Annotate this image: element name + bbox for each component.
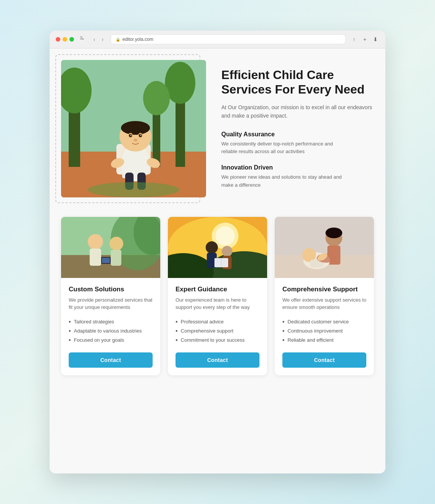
card-image-1 — [61, 217, 160, 278]
card-list-item: Reliable and efficient — [282, 336, 366, 345]
contact-button-3[interactable]: Contact — [282, 352, 366, 368]
card-desc-3: We offer extensive support services to e… — [282, 296, 366, 311]
svg-point-20 — [140, 135, 142, 136]
svg-rect-32 — [90, 249, 101, 266]
svg-point-43 — [206, 241, 218, 254]
card-list-item: Comprehensive support — [176, 326, 259, 336]
svg-point-54 — [325, 228, 342, 238]
card-body-2: Expert Guidance Our experienced team is … — [168, 278, 267, 375]
cards-section: Custom Solutions We provide personalized… — [61, 217, 374, 375]
traffic-lights — [56, 37, 74, 42]
nav-arrows: ‹ › — [91, 36, 106, 43]
card-list-2: Professional advice Comprehensive suppor… — [176, 317, 259, 345]
contact-button-2[interactable]: Contact — [176, 352, 259, 368]
svg-point-31 — [88, 234, 103, 249]
hero-section: Efficient Child Care Services For Every … — [61, 60, 374, 198]
svg-point-42 — [216, 226, 235, 246]
feature-quality: Quality Assurance We consistently delive… — [221, 131, 374, 156]
card-list-item: Adaptable to various industries — [69, 326, 153, 336]
address-bar[interactable]: 🔒 editor.yola.com — [111, 34, 346, 44]
minimize-button[interactable] — [63, 37, 67, 42]
sidebar-toggle-icon[interactable] — [80, 37, 86, 42]
hero-subtitle: At Our Organization, our mission is to e… — [221, 103, 374, 120]
browser-chrome: ‹ › 🔒 editor.yola.com ↑ + ⬇ — [50, 31, 385, 48]
page-content: Efficient Child Care Services For Every … — [50, 48, 385, 473]
svg-point-14 — [121, 121, 150, 135]
card-list-3: Dedicated customer service Continuous im… — [282, 317, 366, 345]
hero-text: Efficient Child Care Services For Every … — [221, 60, 374, 198]
card-list-item: Tailored strategies — [69, 317, 153, 326]
svg-point-7 — [143, 81, 170, 115]
hero-title: Efficient Child Care Services For Every … — [221, 68, 374, 97]
card-title-2: Expert Guidance — [176, 286, 259, 293]
card-list-1: Tailored strategies Adaptable to various… — [69, 317, 153, 345]
card-custom-solutions: Custom Solutions We provide personalized… — [61, 217, 160, 375]
add-tab-button[interactable]: + — [361, 36, 369, 43]
browser-window: ‹ › 🔒 editor.yola.com ↑ + ⬇ — [50, 31, 385, 473]
svg-point-26 — [88, 182, 179, 197]
back-button[interactable]: ‹ — [91, 36, 98, 43]
svg-rect-34 — [111, 250, 121, 266]
card-expert-guidance: Expert Guidance Our experienced team is … — [168, 217, 267, 375]
hero-image — [61, 60, 206, 197]
card-svg-1 — [61, 217, 160, 278]
card-list-item: Dedicated customer service — [282, 317, 366, 326]
feature-quality-title: Quality Assurance — [221, 131, 374, 138]
feature-quality-desc: We consistently deliver top-notch perfor… — [221, 140, 343, 156]
svg-rect-51 — [275, 217, 374, 255]
url-text: editor.yola.com — [122, 37, 153, 42]
card-title-1: Custom Solutions — [69, 286, 153, 293]
svg-point-33 — [110, 237, 123, 250]
share-button[interactable]: ↑ — [350, 36, 358, 43]
card-list-item: Professional advice — [176, 317, 259, 326]
contact-button-1[interactable]: Contact — [69, 352, 153, 368]
svg-rect-36 — [102, 258, 110, 263]
hero-image-svg — [61, 60, 206, 197]
card-list-item: Commitment to your success — [176, 336, 259, 345]
card-body-3: Comprehensive Support We offer extensive… — [275, 278, 374, 375]
card-desc-1: We provide personalized services that fi… — [69, 296, 153, 311]
card-image-3 — [275, 217, 374, 278]
card-list-item: Focused on your goals — [69, 336, 153, 345]
feature-innovation-desc: We pioneer new ideas and solutions to st… — [221, 173, 343, 189]
card-svg-3 — [275, 217, 374, 278]
card-image-2 — [168, 217, 267, 278]
card-desc-2: Our experienced team is here to support … — [176, 296, 259, 311]
svg-point-45 — [222, 246, 232, 257]
lock-icon: 🔒 — [116, 37, 120, 42]
feature-innovation: Innovation Driven We pioneer new ideas a… — [221, 164, 374, 189]
close-button[interactable] — [56, 37, 60, 42]
browser-actions: ↑ + ⬇ — [350, 36, 379, 43]
svg-point-19 — [130, 135, 132, 136]
card-list-item: Continuous improvement — [282, 326, 366, 336]
forward-button[interactable]: › — [99, 36, 106, 43]
svg-point-21 — [134, 139, 137, 142]
maximize-button[interactable] — [69, 37, 74, 42]
downloads-button[interactable]: ⬇ — [372, 36, 379, 43]
card-comprehensive-support: Comprehensive Support We offer extensive… — [275, 217, 374, 375]
card-title-3: Comprehensive Support — [282, 286, 366, 293]
hero-image-container — [61, 60, 206, 197]
card-svg-2 — [168, 217, 267, 278]
feature-innovation-title: Innovation Driven — [221, 164, 374, 171]
card-body-1: Custom Solutions We provide personalized… — [61, 278, 160, 375]
